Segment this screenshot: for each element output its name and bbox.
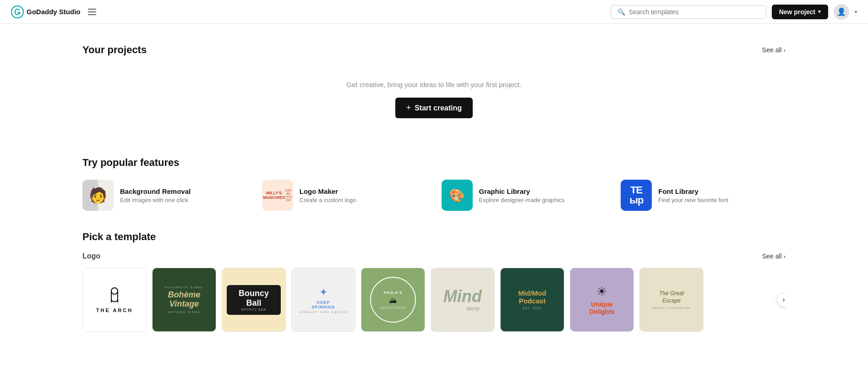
graphic-library-info: Graphic Library Explore designer-made gr…: [479, 187, 565, 203]
logo-maker-thumb: MILLY'SMUNCHIESEAT AS YOU GO: [262, 180, 293, 211]
unique-content: ☀ UniqueDelights: [589, 285, 614, 315]
search-box[interactable]: 🔍: [611, 5, 766, 19]
chevron-right-icon: ›: [783, 296, 785, 303]
start-creating-button[interactable]: + Start creating: [395, 98, 473, 118]
search-input[interactable]: [629, 8, 759, 16]
font-library-desc: Find your new favorite font: [658, 197, 728, 203]
font-library-title: Font Library: [658, 187, 728, 195]
graphic-library-title: Graphic Library: [479, 187, 565, 195]
features-header: Try popular features: [82, 157, 786, 169]
pick-a-template-section: Pick a template Logo See all ›: [82, 211, 786, 332]
templates-see-all-label: See all: [762, 253, 782, 260]
escape-content: The GreatEscape TRAVEL & ADVENTURE: [652, 290, 691, 309]
empty-state-text: Get creative, bring your ideas to life w…: [82, 81, 786, 88]
header: GoDaddy Studio 🔍 New project ▾ 👤 ▾: [0, 0, 868, 24]
midwest-content: Mid/ModPodcast EST. 2020: [519, 290, 546, 310]
templates-chevron-icon: ›: [784, 253, 786, 260]
graphic-library-desc: Explore designer-made graphics: [479, 197, 565, 203]
boheme-content: AUTHENTIC FINDS BohèmeVintage ANTIQUE FI…: [161, 282, 207, 317]
feature-card-logo-maker[interactable]: MILLY'SMUNCHIESEAT AS YOU GO Logo Maker …: [262, 180, 427, 211]
plus-icon: +: [406, 103, 411, 113]
feature-card-graphic-library[interactable]: 🎨 Graphic Library Explore designer-made …: [442, 180, 606, 211]
bg-removal-image: 🧑: [89, 187, 107, 204]
godaddy-logo-icon: [11, 5, 24, 18]
graphic-library-thumb: 🎨: [442, 180, 473, 211]
header-right: 🔍 New project ▾ 👤 ▾: [611, 4, 857, 20]
boheme-top: AUTHENTIC FINDS: [165, 286, 203, 289]
paula-sub: ADVENTURES: [380, 306, 406, 309]
template-card-bouncy[interactable]: Bouncy Ball SPORTS BAR: [222, 268, 286, 332]
template-row: THE ARCH AUTHENTIC FINDS BohèmeVintage A…: [82, 268, 786, 332]
midwest-label: Mid/ModPodcast: [519, 290, 546, 305]
projects-section-header: Your projects See all ›: [82, 44, 786, 56]
projects-title: Your projects: [82, 44, 147, 56]
unique-label: UniqueDelights: [589, 301, 614, 315]
graphic-library-image: 🎨: [442, 180, 473, 211]
arch-icon: [105, 286, 124, 305]
bouncy-content: Bouncy Ball SPORTS BAR: [227, 285, 281, 315]
chevron-down-icon: ▾: [818, 9, 821, 15]
bouncy-sublabel: SPORTS BAR: [232, 308, 275, 311]
logo-area[interactable]: GoDaddy Studio: [11, 5, 81, 18]
mind-label: Mind: [443, 288, 482, 305]
popular-features-section: Try popular features 🧑 Background Remova…: [82, 137, 786, 211]
template-card-unique[interactable]: ☀ UniqueDelights: [570, 268, 634, 332]
font-library-thumb: TEыp: [621, 180, 652, 211]
projects-see-all[interactable]: See all ›: [762, 46, 786, 54]
template-card-midwest[interactable]: Mid/ModPodcast EST. 2020: [500, 268, 564, 332]
avatar-chevron-icon[interactable]: ▾: [855, 9, 857, 14]
escape-label: The GreatEscape: [652, 290, 691, 304]
away-label: away: [443, 305, 482, 312]
new-project-button[interactable]: New project ▾: [772, 5, 828, 19]
logo-maker-desc: Create a custom logo: [300, 197, 356, 203]
paula-content: PAULA'S ⛰ ADVENTURES: [370, 277, 416, 323]
feature-card-bg-removal[interactable]: 🧑 Background Removal Edit images with on…: [82, 180, 247, 211]
escape-sub: TRAVEL & ADVENTURE: [652, 307, 691, 309]
logo-templates-subsection: Logo See all › THE: [82, 252, 786, 332]
keep-label: keepspinning: [299, 300, 348, 309]
projects-see-all-label: See all: [762, 46, 782, 54]
bg-removal-info: Background Removal Edit images with one …: [120, 187, 191, 203]
template-card-paula[interactable]: PAULA'S ⛰ ADVENTURES: [361, 268, 425, 332]
keep-sub: JEWELRY FINE DESIGN: [299, 311, 348, 313]
keep-content: ✦ keepspinning JEWELRY FINE DESIGN: [299, 286, 348, 313]
arch-content: THE ARCH: [96, 286, 133, 313]
template-card-keep[interactable]: ✦ keepspinning JEWELRY FINE DESIGN: [291, 268, 355, 332]
start-creating-label: Start creating: [415, 104, 462, 112]
new-project-label: New project: [779, 8, 815, 16]
bouncy-label: Bouncy Ball: [232, 289, 275, 308]
feature-card-font-library[interactable]: TEыp Font Library Find your new favorite…: [621, 180, 786, 211]
templates-title: Pick a template: [82, 231, 786, 243]
font-library-image: TEыp: [621, 180, 652, 211]
bg-removal-desc: Edit images with one click: [120, 197, 191, 203]
avatar-icon: 👤: [837, 7, 846, 16]
features-grid: 🧑 Background Removal Edit images with on…: [82, 180, 786, 211]
your-projects-section: Your projects See all › Get creative, br…: [82, 24, 786, 137]
bg-removal-title: Background Removal: [120, 187, 191, 195]
logo-maker-info: Logo Maker Create a custom logo: [300, 187, 356, 203]
avatar-button[interactable]: 👤: [834, 4, 849, 20]
template-card-escape[interactable]: The GreatEscape TRAVEL & ADVENTURE: [639, 268, 704, 332]
midwest-sub: EST. 2020: [519, 307, 546, 310]
bg-removal-thumb: 🧑: [82, 180, 114, 211]
projects-empty-state: Get creative, bring your ideas to life w…: [82, 67, 786, 137]
mind-content: Mind away: [443, 288, 482, 312]
hamburger-menu[interactable]: [86, 7, 98, 17]
boheme-sub: ANTIQUE FINDS: [165, 311, 203, 313]
unique-sun-icon: ☀: [589, 285, 614, 299]
search-icon: 🔍: [617, 8, 625, 16]
logo-text: GoDaddy Studio: [27, 8, 81, 16]
templates-see-all[interactable]: See all ›: [762, 253, 786, 260]
paula-main: PAULA'S: [383, 291, 402, 295]
template-card-boheme[interactable]: AUTHENTIC FINDS BohèmeVintage ANTIQUE FI…: [152, 268, 216, 332]
logo-maker-title: Logo Maker: [300, 187, 356, 195]
features-title: Try popular features: [82, 157, 180, 169]
logo-subsection-header: Logo See all ›: [82, 252, 786, 260]
paula-mountain-icon: ⛰: [389, 296, 397, 305]
arch-label: THE ARCH: [96, 308, 133, 313]
projects-see-all-chevron: ›: [784, 47, 786, 54]
template-card-arch[interactable]: THE ARCH: [82, 268, 147, 332]
template-next-button[interactable]: ›: [776, 292, 786, 307]
header-left: GoDaddy Studio: [11, 5, 98, 18]
template-card-mind[interactable]: Mind away: [431, 268, 495, 332]
